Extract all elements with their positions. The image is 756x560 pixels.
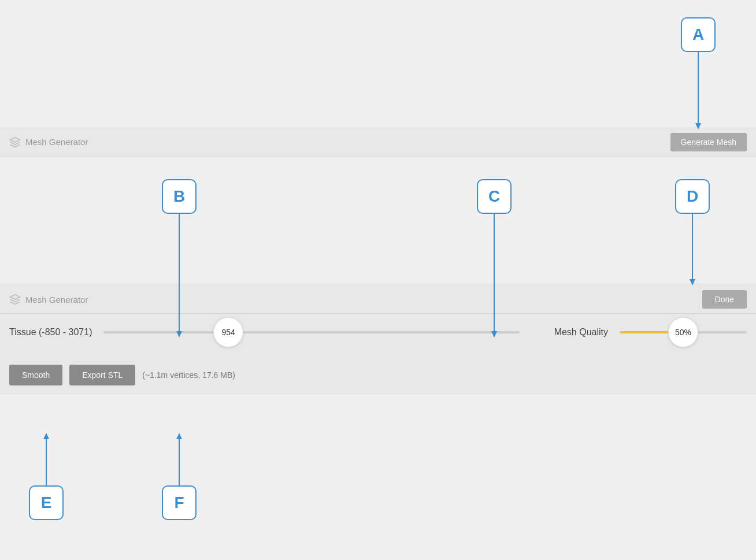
annotation-A: A <box>681 17 716 52</box>
panel-header: Mesh Generator Done <box>0 283 756 314</box>
annotation-C: C <box>477 179 512 214</box>
tissue-slider-container[interactable]: 954 <box>103 321 519 344</box>
tissue-slider-knob[interactable]: 954 <box>213 317 243 347</box>
panel-body: Tissue (-850 - 3071) 954 Mesh Quality 50… <box>0 314 756 365</box>
panel-mesh-icon <box>9 294 21 305</box>
annotation-D: D <box>675 179 710 214</box>
button-row: Smooth Export STL (~1.1m vertices, 17.6 … <box>0 365 756 395</box>
toolbar-title: Mesh Generator <box>9 136 88 148</box>
quality-slider-knob[interactable]: 50% <box>668 317 698 347</box>
annotation-B: B <box>162 179 197 214</box>
vertices-info: (~1.1m vertices, 17.6 MB) <box>142 370 235 380</box>
panel-title-text: Mesh Generator <box>25 295 88 305</box>
tissue-value: 954 <box>222 328 235 337</box>
export-stl-button[interactable]: Export STL <box>69 365 135 385</box>
arrows-overlay <box>0 0 756 560</box>
svg-marker-11 <box>176 433 182 439</box>
tissue-slider-track <box>103 331 519 333</box>
quality-section: Mesh Quality 50% <box>554 321 747 344</box>
quality-slider-container[interactable]: 50% <box>620 321 747 344</box>
toolbar-title-text: Mesh Generator <box>25 137 88 147</box>
tissue-label: Tissue (-850 - 3071) <box>9 327 92 338</box>
quality-label: Mesh Quality <box>554 327 608 338</box>
mesh-icon <box>9 136 21 148</box>
generate-mesh-button[interactable]: Generate Mesh <box>670 133 747 151</box>
annotation-E: E <box>29 485 64 520</box>
annotation-F: F <box>162 485 197 520</box>
done-button[interactable]: Done <box>702 290 747 309</box>
quality-value: 50% <box>675 328 691 337</box>
main-panel: Mesh Generator Done Tissue (-850 - 3071)… <box>0 283 756 395</box>
toolbar-top: Mesh Generator Generate Mesh <box>0 127 756 157</box>
panel-title: Mesh Generator <box>9 294 88 305</box>
smooth-button[interactable]: Smooth <box>9 365 62 385</box>
sliders-row: Tissue (-850 - 3071) 954 Mesh Quality 50… <box>9 321 747 344</box>
svg-marker-9 <box>43 433 49 439</box>
